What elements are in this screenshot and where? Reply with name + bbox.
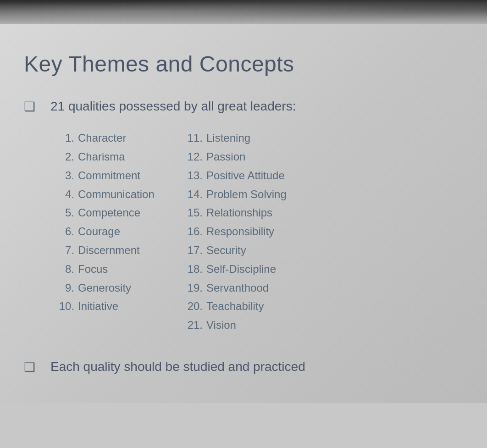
quality-name: Charisma <box>78 148 125 166</box>
quality-name: Commitment <box>78 166 140 185</box>
quality-number: 16. <box>179 222 203 241</box>
list-item: 16.Responsibility <box>179 222 307 241</box>
quality-number: 1. <box>50 129 74 148</box>
quality-number: 10. <box>50 297 74 316</box>
bullet-text-1: 21 qualities possessed by all great lead… <box>50 97 296 115</box>
quality-number: 3. <box>50 166 74 185</box>
quality-number: 14. <box>179 185 203 204</box>
quality-name: Competence <box>78 204 140 222</box>
quality-number: 2. <box>50 148 74 166</box>
slide-title: Key Themes and Concepts <box>24 51 463 77</box>
list-item: 7.Discernment <box>50 241 179 260</box>
quality-name: Communication <box>78 185 155 204</box>
quality-name: Servanthood <box>206 279 269 298</box>
list-item: 12.Passion <box>179 148 307 166</box>
list-item: 13.Positive Attitude <box>179 166 307 185</box>
quality-number: 5. <box>50 204 74 222</box>
quality-number: 6. <box>50 222 74 241</box>
quality-name: Positive Attitude <box>206 166 285 185</box>
list-item: 15.Relationships <box>179 204 307 222</box>
list-item: 8.Focus <box>50 260 179 279</box>
quality-number: 15. <box>179 204 203 222</box>
quality-number: 19. <box>179 279 203 298</box>
quality-number: 11. <box>179 129 203 148</box>
list-item: 5.Competence <box>50 204 179 222</box>
list-item: 21.Vision <box>179 316 307 335</box>
quality-name: Problem Solving <box>206 185 287 204</box>
bullet-section-1: ❑ 21 qualities possessed by all great le… <box>24 97 463 115</box>
quality-number: 18. <box>179 260 203 279</box>
quality-name: Initiative <box>78 297 118 316</box>
quality-name: Security <box>206 241 246 260</box>
quality-name: Teachability <box>206 297 264 316</box>
quality-name: Courage <box>78 222 120 241</box>
lower-area <box>0 403 487 448</box>
quality-name: Self-Discipline <box>206 260 276 279</box>
quality-name: Relationships <box>206 204 272 222</box>
qualities-right-column: 11.Listening12.Passion13.Positive Attitu… <box>179 129 307 335</box>
list-item: 20.Teachability <box>179 297 307 316</box>
qualities-left-column: 1.Character2.Charisma3.Commitment4.Commu… <box>50 129 179 335</box>
quality-number: 7. <box>50 241 74 260</box>
quality-number: 12. <box>179 148 203 166</box>
quality-name: Responsibility <box>206 222 274 241</box>
bullet-text-2: Each quality should be studied and pract… <box>50 358 305 376</box>
list-item: 17.Security <box>179 241 307 260</box>
list-item: 3.Commitment <box>50 166 179 185</box>
list-item: 18.Self-Discipline <box>179 260 307 279</box>
main-slide: Key Themes and Concepts ❑ 21 qualities p… <box>0 24 487 403</box>
quality-number: 13. <box>179 166 203 185</box>
quality-name: Focus <box>78 260 108 279</box>
qualities-grid: 1.Character2.Charisma3.Commitment4.Commu… <box>50 129 463 335</box>
bullet-section-2: ❑ Each quality should be studied and pra… <box>24 358 463 376</box>
list-item: 1.Character <box>50 129 179 148</box>
quality-number: 17. <box>179 241 203 260</box>
list-item: 2.Charisma <box>50 148 179 166</box>
quality-number: 9. <box>50 279 74 298</box>
quality-name: Vision <box>206 316 236 335</box>
quality-name: Character <box>78 129 126 148</box>
list-item: 19.Servanthood <box>179 279 307 298</box>
list-item: 14.Problem Solving <box>179 185 307 204</box>
quality-number: 8. <box>50 260 74 279</box>
list-item: 6.Courage <box>50 222 179 241</box>
quality-name: Passion <box>206 148 245 166</box>
quality-name: Discernment <box>78 241 140 260</box>
list-item: 11.Listening <box>179 129 307 148</box>
bullet-icon-2: ❑ <box>24 360 37 375</box>
quality-name: Listening <box>206 129 250 148</box>
list-item: 4.Communication <box>50 185 179 204</box>
quality-number: 20. <box>179 297 203 316</box>
list-item: 10.Initiative <box>50 297 179 316</box>
list-item: 9.Generosity <box>50 279 179 298</box>
quality-number: 21. <box>179 316 203 335</box>
bullet-icon-1: ❑ <box>24 99 37 114</box>
top-image-bar <box>0 0 487 24</box>
quality-number: 4. <box>50 185 74 204</box>
quality-name: Generosity <box>78 279 131 298</box>
